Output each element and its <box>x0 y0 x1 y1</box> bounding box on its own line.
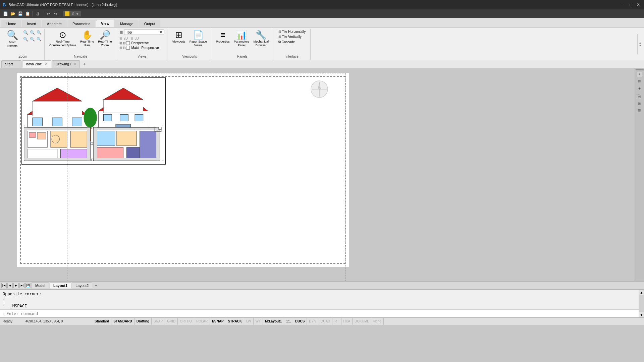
svg-rect-37 <box>117 131 137 146</box>
status-standard-btn[interactable]: Standard <box>93 318 111 325</box>
paper-space-views-button[interactable]: 📄 Paper SpaceViews <box>188 29 208 48</box>
layout-nav-prev[interactable]: ◄ <box>7 283 13 288</box>
snap-panel-button[interactable]: ◈ <box>637 85 642 92</box>
ribbon-collapse-button[interactable]: ▲▼ <box>637 34 643 54</box>
zoom-btn-5[interactable]: 🔍 <box>29 36 35 42</box>
qa-undo-button[interactable]: ↩ <box>45 10 52 17</box>
status-standard2-btn[interactable]: STANDARD <box>111 318 134 325</box>
tab-parametric[interactable]: Parametric <box>67 20 95 27</box>
tab-manage[interactable]: Manage <box>115 20 139 27</box>
status-quad-btn[interactable]: QUAD <box>318 318 332 325</box>
tab-insert[interactable]: Insert <box>22 20 41 27</box>
viewports-icon: ⊞ <box>175 31 182 39</box>
realtime-zoom-button[interactable]: 🔎 Real-TimeZoom <box>97 29 113 48</box>
qa-new-button[interactable]: 📄 <box>2 10 9 17</box>
status-strack-btn[interactable]: STRACK <box>226 318 245 325</box>
settings-panel-button[interactable]: ⊟ <box>637 108 642 113</box>
realtime-pan-button[interactable]: ✋ Real-TimePan <box>79 29 95 48</box>
function-panel-button[interactable]: ƒ() <box>637 93 642 100</box>
latha2da-tab-close[interactable]: ✕ <box>45 62 48 66</box>
maximize-button[interactable]: □ <box>628 2 634 8</box>
properties-button[interactable]: ≡ Properties <box>215 29 231 45</box>
zoom-btn-4[interactable]: 🔍 <box>22 36 28 42</box>
layers-panel-button[interactable]: ≡ <box>637 72 642 77</box>
status-lw-btn[interactable]: LW <box>244 318 253 325</box>
drawing1-tab-close[interactable]: ✕ <box>73 62 76 66</box>
qa-save-button[interactable]: 💾 <box>17 10 23 17</box>
command-output: Opposite corner: : : ._MSPACE <box>0 290 639 309</box>
cascade-label: Cascade <box>282 40 295 44</box>
status-mlayout-btn[interactable]: M:Layout1 <box>263 318 284 325</box>
scroll-up-button[interactable]: ▲ <box>639 290 644 295</box>
svg-rect-50 <box>159 127 161 130</box>
view-dropdown[interactable]: Top ▼ <box>124 29 164 35</box>
zoom-btn-3[interactable]: 🔍 <box>36 29 42 36</box>
window-controls: ─ □ ✕ <box>621 2 641 8</box>
qa-redo-button[interactable]: ↪ <box>52 10 59 17</box>
tab-home[interactable]: Home <box>1 20 21 27</box>
mechanical-browser-button[interactable]: 🔧 MechanicalBrowser <box>252 29 270 48</box>
layout-tab-layout2[interactable]: Layout2 <box>72 282 92 289</box>
zoom-btn-6[interactable]: 🔍 <box>36 36 42 42</box>
cascade-button[interactable]: ⧉ Cascade <box>277 40 296 44</box>
layout-nav-first[interactable]: |◄ <box>1 283 7 288</box>
svg-rect-47 <box>91 159 93 161</box>
match-perspective-checkbox[interactable] <box>126 46 130 50</box>
parameters-panel-button[interactable]: 📊 ParametersPanel <box>232 29 251 48</box>
layout-tab-model[interactable]: Model <box>32 282 49 289</box>
scroll-down-button[interactable]: ▼ <box>639 312 644 317</box>
qa-open-button[interactable]: 📂 <box>9 10 16 17</box>
zoom-btn-1[interactable]: 🔍 <box>22 29 28 36</box>
status-polar-btn[interactable]: POLAR <box>194 318 210 325</box>
status-snap-btn[interactable]: SNAP <box>152 318 165 325</box>
status-esnap-btn[interactable]: ESNAP <box>210 318 226 325</box>
perspective-checkbox[interactable] <box>126 41 130 45</box>
tile-horizontally-button[interactable]: ⊟ Tile Horizontally <box>277 29 307 34</box>
zoom-btn-2[interactable]: 🔍 <box>29 29 35 36</box>
status-ortho-btn[interactable]: ORTHO <box>178 318 194 325</box>
command-input[interactable] <box>6 311 636 316</box>
parameters-icon: 📊 <box>236 31 247 39</box>
qa-layer-dropdown[interactable]: 0 ▼ <box>63 11 81 16</box>
zoom-extents-button[interactable]: 🔍 ZoomExtents <box>4 29 21 49</box>
doc-tab-start[interactable]: Start ✕ <box>1 60 21 68</box>
doc-tab-drawing1[interactable]: Drawing1 ✕ <box>52 60 80 68</box>
canvas-area[interactable] <box>0 68 635 281</box>
scroll-track[interactable] <box>639 295 644 312</box>
doc-tab-latha2da[interactable]: latha 2da* ✕ <box>22 60 51 68</box>
properties-panel-button[interactable]: ⊟ <box>637 78 642 84</box>
status-dyn-btn[interactable]: DYN <box>307 318 318 325</box>
latha2da-tab-label: latha 2da* <box>26 62 43 66</box>
minimize-button[interactable]: ─ <box>621 2 627 8</box>
navigate-group-label: Navigate <box>74 55 87 59</box>
add-layout-button[interactable]: + <box>93 283 99 289</box>
zoom-row-1: 🔍 🔍 🔍 <box>22 29 42 36</box>
constrained-sphere-button[interactable]: ⊙ Real-TimeConstrained Sphere <box>48 29 77 48</box>
right-panel-drag-handle[interactable] <box>636 69 644 70</box>
grid-panel-button[interactable]: ⊞ <box>637 101 642 106</box>
layout-tab-layout1[interactable]: Layout1 <box>50 282 71 289</box>
tile-vertically-button[interactable]: ⊞ Tile Vertically <box>277 35 303 39</box>
viewports-button[interactable]: ⊞ Viewports <box>171 29 186 45</box>
tab-output[interactable]: Output <box>139 20 160 27</box>
close-button[interactable]: ✕ <box>635 2 641 8</box>
status-drafting-btn[interactable]: Drafting <box>135 318 152 325</box>
status-wt-btn[interactable]: WT <box>254 318 263 325</box>
status-ducs-btn[interactable]: DUCS <box>293 318 307 325</box>
status-grid-btn[interactable]: GRID <box>165 318 178 325</box>
qa-save-as-button[interactable]: 📋 <box>24 10 31 17</box>
status-rt-btn[interactable]: RT <box>332 318 341 325</box>
status-dokuml-btn[interactable]: DOKUML <box>353 318 371 325</box>
layout-nav-next[interactable]: ► <box>13 283 19 288</box>
status-none-btn[interactable]: None <box>371 318 384 325</box>
tab-annotate[interactable]: Annotate <box>42 20 67 27</box>
ribbon-group-panels: ≡ Properties 📊 ParametersPanel 🔧 Mechani… <box>212 29 273 60</box>
status-hka-btn[interactable]: HKA <box>341 318 353 325</box>
layout-nav-last[interactable]: ►| <box>19 283 25 288</box>
new-tab-button[interactable]: + <box>80 60 88 68</box>
constrained-sphere-label: Real-TimeConstrained Sphere <box>49 40 76 47</box>
status-ratio-btn[interactable]: 1:1 <box>284 318 293 325</box>
qa-print-button[interactable]: 🖨 <box>35 10 41 17</box>
tab-view[interactable]: View <box>96 20 114 27</box>
layout-save-btn[interactable]: 💾 <box>25 283 31 288</box>
